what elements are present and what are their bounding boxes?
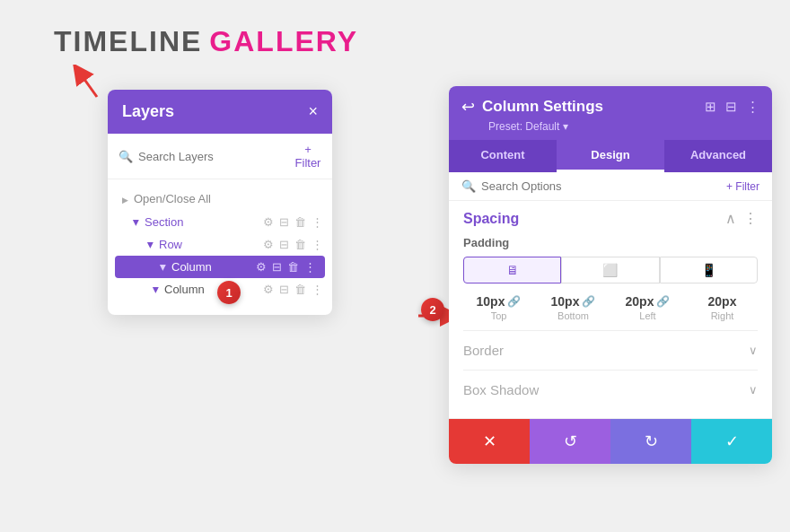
layer-toggle-row: ▶ xyxy=(146,241,155,248)
settings-header-top: ↩ Column Settings ⊞ ⊟ ⋮ xyxy=(461,97,759,117)
padding-top-label: Top xyxy=(463,310,534,321)
open-close-all[interactable]: Open/Close All xyxy=(108,187,332,211)
arrow-up-icon xyxy=(70,65,106,100)
device-tab-mobile[interactable]: 📱 xyxy=(660,257,758,283)
collapse-icon[interactable]: ⊟ xyxy=(725,99,737,115)
title-gallery: GALLERY xyxy=(209,25,358,58)
gear-icon[interactable]: ⚙ xyxy=(263,215,274,229)
device-tabs: 🖥 ⬜ 📱 xyxy=(463,257,758,283)
gear-icon-col1[interactable]: ⚙ xyxy=(256,260,267,274)
more-icon-col1[interactable]: ⋮ xyxy=(304,260,316,274)
tab-content[interactable]: Content xyxy=(449,140,557,172)
title-area: TIMELINE GALLERY xyxy=(54,25,358,58)
gear-icon-col2[interactable]: ⚙ xyxy=(263,283,274,296)
padding-right-value[interactable]: 20px xyxy=(708,294,737,309)
copy-icon[interactable]: ⊟ xyxy=(279,215,289,229)
padding-bottom-link-icon: 🔗 xyxy=(582,295,595,308)
layer-name-column-2: Column xyxy=(164,283,259,296)
layer-row-section[interactable]: ▶ Section ⚙ ⊟ 🗑 ⋮ xyxy=(108,211,332,233)
spacing-title: Spacing xyxy=(463,211,519,227)
layer-row-row[interactable]: ▶ Row ⚙ ⊟ 🗑 ⋮ xyxy=(108,233,332,256)
padding-right-label: Right xyxy=(687,310,758,321)
spacing-controls: ∧ ⋮ xyxy=(725,210,758,227)
layer-icons-section: ⚙ ⊟ 🗑 ⋮ xyxy=(263,215,323,229)
settings-options-bar: 🔍 + Filter xyxy=(449,172,772,201)
border-label: Border xyxy=(463,343,504,358)
layer-toggle-column-2: ▶ xyxy=(152,286,161,292)
copy-icon-col1[interactable]: ⊟ xyxy=(272,260,282,274)
layer-icons-column-2: ⚙ ⊟ 🗑 ⋮ xyxy=(263,283,323,296)
padding-left-cell: 20px 🔗 Left xyxy=(612,294,683,321)
settings-header: ↩ Column Settings ⊞ ⊟ ⋮ Preset: Default … xyxy=(449,86,772,140)
device-tab-desktop[interactable]: 🖥 xyxy=(463,257,561,283)
layer-name-section: Section xyxy=(145,215,259,229)
settings-preset[interactable]: Preset: Default ▾ xyxy=(488,120,759,140)
box-shadow-section[interactable]: Box Shadow ∨ xyxy=(463,370,758,409)
delete-icon-col2[interactable]: 🗑 xyxy=(294,283,306,296)
badge-2: 2 xyxy=(421,298,444,321)
padding-left-link-icon: 🔗 xyxy=(656,295,670,308)
settings-footer: ✕ ↺ ↻ ✓ xyxy=(449,418,772,464)
settings-title: Column Settings xyxy=(482,98,705,116)
copy-icon-row[interactable]: ⊟ xyxy=(279,238,289,251)
padding-bottom-value[interactable]: 10px xyxy=(551,294,580,309)
padding-right-cell: 20px Right xyxy=(687,294,758,321)
border-chevron-icon: ∨ xyxy=(749,344,758,357)
box-shadow-chevron-icon: ∨ xyxy=(749,383,758,397)
padding-grid: 10px 🔗 Top 10px 🔗 Bottom 20px 🔗 Left xyxy=(463,294,758,321)
delete-icon-col1[interactable]: 🗑 xyxy=(287,260,299,274)
undo-button[interactable]: ↺ xyxy=(530,419,610,464)
padding-top-cell: 10px 🔗 Top xyxy=(463,294,534,321)
padding-bottom-cell: 10px 🔗 Bottom xyxy=(538,294,609,321)
svg-line-0 xyxy=(79,72,97,97)
redo-button[interactable]: ↻ xyxy=(610,419,691,464)
delete-icon-row[interactable]: 🗑 xyxy=(294,238,306,251)
expand-icon[interactable]: ⊞ xyxy=(705,99,716,115)
layers-title: Layers xyxy=(122,102,174,121)
layers-header: Layers × xyxy=(108,90,332,134)
settings-header-icons: ⊞ ⊟ ⋮ xyxy=(705,99,759,115)
padding-bottom-label: Bottom xyxy=(538,310,609,321)
box-shadow-label: Box Shadow xyxy=(463,382,539,397)
settings-tabs: Content Design Advanced xyxy=(449,140,772,172)
layer-row-column-1[interactable]: ▶ Column ⚙ ⊟ 🗑 ⋮ xyxy=(115,256,325,278)
layer-name-column-1: Column xyxy=(171,260,252,274)
padding-label: Padding xyxy=(463,236,758,249)
layers-panel: Layers × 🔍 + Filter Open/Close All ▶ Sec… xyxy=(108,90,332,315)
settings-back-button[interactable]: ↩ xyxy=(461,97,475,117)
title-timeline: TIMELINE xyxy=(54,25,202,58)
spacing-more-icon[interactable]: ⋮ xyxy=(743,210,758,227)
padding-left-label: Left xyxy=(612,310,683,321)
chevron-up-icon[interactable]: ∧ xyxy=(725,210,736,227)
layers-close-button[interactable]: × xyxy=(308,102,318,121)
settings-body: Spacing ∧ ⋮ Padding 🖥 ⬜ 📱 10px 🔗 Top xyxy=(449,201,772,418)
settings-search-input[interactable] xyxy=(481,179,721,193)
badge-1: 1 xyxy=(217,281,241,304)
more-icon-row[interactable]: ⋮ xyxy=(312,238,323,251)
layer-toggle-section: ▶ xyxy=(132,219,141,225)
border-section[interactable]: Border ∨ xyxy=(463,330,758,370)
save-button[interactable]: ✓ xyxy=(691,419,772,464)
more-icon[interactable]: ⋮ xyxy=(312,215,323,229)
cancel-button[interactable]: ✕ xyxy=(449,419,530,464)
layer-name-row: Row xyxy=(159,238,259,251)
layers-search-input[interactable] xyxy=(138,150,289,163)
settings-panel: ↩ Column Settings ⊞ ⊟ ⋮ Preset: Default … xyxy=(449,86,772,464)
layer-toggle-column-1: ▶ xyxy=(159,264,168,270)
padding-left-value[interactable]: 20px xyxy=(626,294,654,309)
layers-search-bar: 🔍 + Filter xyxy=(108,134,332,179)
tab-advanced[interactable]: Advanced xyxy=(664,140,772,172)
more-options-icon[interactable]: ⋮ xyxy=(746,99,759,115)
device-tab-tablet[interactable]: ⬜ xyxy=(561,257,659,283)
copy-icon-col2[interactable]: ⊟ xyxy=(279,283,289,296)
spacing-section-header: Spacing ∧ ⋮ xyxy=(463,210,758,227)
layer-icons-column-1: ⚙ ⊟ 🗑 ⋮ xyxy=(256,260,316,274)
tab-design[interactable]: Design xyxy=(557,140,664,172)
padding-top-value[interactable]: 10px xyxy=(477,294,505,309)
more-icon-col2[interactable]: ⋮ xyxy=(312,283,323,296)
layers-filter-button[interactable]: + Filter xyxy=(294,143,321,170)
delete-icon[interactable]: 🗑 xyxy=(294,215,306,229)
settings-filter-button[interactable]: + Filter xyxy=(726,180,759,193)
gear-icon-row[interactable]: ⚙ xyxy=(263,238,274,251)
search-options-icon: 🔍 xyxy=(461,179,476,193)
